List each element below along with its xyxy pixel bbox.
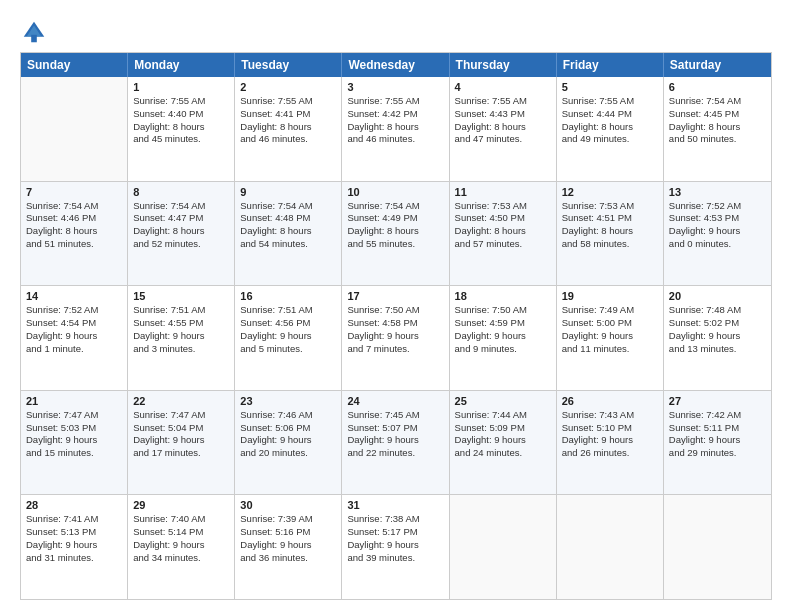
day-number: 17: [347, 290, 443, 302]
calendar-row: 1Sunrise: 7:55 AMSunset: 4:40 PMDaylight…: [21, 77, 771, 181]
logo: [20, 18, 52, 46]
day-number: 4: [455, 81, 551, 93]
calendar-cell: 24Sunrise: 7:45 AMSunset: 5:07 PMDayligh…: [342, 391, 449, 495]
cell-info: Sunrise: 7:51 AMSunset: 4:55 PMDaylight:…: [133, 304, 229, 355]
day-number: 15: [133, 290, 229, 302]
calendar-cell: 3Sunrise: 7:55 AMSunset: 4:42 PMDaylight…: [342, 77, 449, 181]
cell-info: Sunrise: 7:54 AMSunset: 4:49 PMDaylight:…: [347, 200, 443, 251]
calendar-cell: 17Sunrise: 7:50 AMSunset: 4:58 PMDayligh…: [342, 286, 449, 390]
calendar-cell: 15Sunrise: 7:51 AMSunset: 4:55 PMDayligh…: [128, 286, 235, 390]
cell-info: Sunrise: 7:48 AMSunset: 5:02 PMDaylight:…: [669, 304, 766, 355]
calendar-cell: 26Sunrise: 7:43 AMSunset: 5:10 PMDayligh…: [557, 391, 664, 495]
calendar-cell: [557, 495, 664, 599]
calendar-row: 14Sunrise: 7:52 AMSunset: 4:54 PMDayligh…: [21, 285, 771, 390]
day-number: 31: [347, 499, 443, 511]
calendar-cell: 31Sunrise: 7:38 AMSunset: 5:17 PMDayligh…: [342, 495, 449, 599]
calendar-cell: 4Sunrise: 7:55 AMSunset: 4:43 PMDaylight…: [450, 77, 557, 181]
calendar-cell: 25Sunrise: 7:44 AMSunset: 5:09 PMDayligh…: [450, 391, 557, 495]
cell-info: Sunrise: 7:46 AMSunset: 5:06 PMDaylight:…: [240, 409, 336, 460]
header: [20, 18, 772, 46]
calendar-cell: 27Sunrise: 7:42 AMSunset: 5:11 PMDayligh…: [664, 391, 771, 495]
day-number: 20: [669, 290, 766, 302]
cell-info: Sunrise: 7:54 AMSunset: 4:47 PMDaylight:…: [133, 200, 229, 251]
day-number: 28: [26, 499, 122, 511]
day-number: 7: [26, 186, 122, 198]
calendar-cell: [21, 77, 128, 181]
calendar-cell: [664, 495, 771, 599]
weekday-header: Tuesday: [235, 53, 342, 77]
calendar-cell: 12Sunrise: 7:53 AMSunset: 4:51 PMDayligh…: [557, 182, 664, 286]
cell-info: Sunrise: 7:49 AMSunset: 5:00 PMDaylight:…: [562, 304, 658, 355]
day-number: 21: [26, 395, 122, 407]
day-number: 12: [562, 186, 658, 198]
day-number: 26: [562, 395, 658, 407]
cell-info: Sunrise: 7:55 AMSunset: 4:44 PMDaylight:…: [562, 95, 658, 146]
cell-info: Sunrise: 7:53 AMSunset: 4:50 PMDaylight:…: [455, 200, 551, 251]
calendar-cell: 16Sunrise: 7:51 AMSunset: 4:56 PMDayligh…: [235, 286, 342, 390]
day-number: 11: [455, 186, 551, 198]
calendar-cell: 11Sunrise: 7:53 AMSunset: 4:50 PMDayligh…: [450, 182, 557, 286]
calendar-cell: 18Sunrise: 7:50 AMSunset: 4:59 PMDayligh…: [450, 286, 557, 390]
cell-info: Sunrise: 7:53 AMSunset: 4:51 PMDaylight:…: [562, 200, 658, 251]
cell-info: Sunrise: 7:54 AMSunset: 4:46 PMDaylight:…: [26, 200, 122, 251]
cell-info: Sunrise: 7:55 AMSunset: 4:42 PMDaylight:…: [347, 95, 443, 146]
weekday-header: Monday: [128, 53, 235, 77]
cell-info: Sunrise: 7:52 AMSunset: 4:54 PMDaylight:…: [26, 304, 122, 355]
cell-info: Sunrise: 7:40 AMSunset: 5:14 PMDaylight:…: [133, 513, 229, 564]
day-number: 16: [240, 290, 336, 302]
cell-info: Sunrise: 7:47 AMSunset: 5:03 PMDaylight:…: [26, 409, 122, 460]
calendar-body: 1Sunrise: 7:55 AMSunset: 4:40 PMDaylight…: [21, 77, 771, 599]
day-number: 8: [133, 186, 229, 198]
cell-info: Sunrise: 7:55 AMSunset: 4:43 PMDaylight:…: [455, 95, 551, 146]
cell-info: Sunrise: 7:42 AMSunset: 5:11 PMDaylight:…: [669, 409, 766, 460]
cell-info: Sunrise: 7:41 AMSunset: 5:13 PMDaylight:…: [26, 513, 122, 564]
calendar-cell: 14Sunrise: 7:52 AMSunset: 4:54 PMDayligh…: [21, 286, 128, 390]
day-number: 5: [562, 81, 658, 93]
calendar-cell: 23Sunrise: 7:46 AMSunset: 5:06 PMDayligh…: [235, 391, 342, 495]
cell-info: Sunrise: 7:51 AMSunset: 4:56 PMDaylight:…: [240, 304, 336, 355]
calendar-cell: 28Sunrise: 7:41 AMSunset: 5:13 PMDayligh…: [21, 495, 128, 599]
day-number: 30: [240, 499, 336, 511]
day-number: 14: [26, 290, 122, 302]
calendar-cell: [450, 495, 557, 599]
cell-info: Sunrise: 7:55 AMSunset: 4:41 PMDaylight:…: [240, 95, 336, 146]
calendar-cell: 10Sunrise: 7:54 AMSunset: 4:49 PMDayligh…: [342, 182, 449, 286]
day-number: 6: [669, 81, 766, 93]
weekday-header: Friday: [557, 53, 664, 77]
calendar-cell: 7Sunrise: 7:54 AMSunset: 4:46 PMDaylight…: [21, 182, 128, 286]
day-number: 25: [455, 395, 551, 407]
calendar-cell: 2Sunrise: 7:55 AMSunset: 4:41 PMDaylight…: [235, 77, 342, 181]
cell-info: Sunrise: 7:54 AMSunset: 4:48 PMDaylight:…: [240, 200, 336, 251]
day-number: 19: [562, 290, 658, 302]
calendar-cell: 21Sunrise: 7:47 AMSunset: 5:03 PMDayligh…: [21, 391, 128, 495]
weekday-header: Wednesday: [342, 53, 449, 77]
page: SundayMondayTuesdayWednesdayThursdayFrid…: [0, 0, 792, 612]
calendar-cell: 19Sunrise: 7:49 AMSunset: 5:00 PMDayligh…: [557, 286, 664, 390]
cell-info: Sunrise: 7:55 AMSunset: 4:40 PMDaylight:…: [133, 95, 229, 146]
calendar-cell: 1Sunrise: 7:55 AMSunset: 4:40 PMDaylight…: [128, 77, 235, 181]
day-number: 13: [669, 186, 766, 198]
day-number: 22: [133, 395, 229, 407]
calendar-row: 28Sunrise: 7:41 AMSunset: 5:13 PMDayligh…: [21, 494, 771, 599]
calendar-header: SundayMondayTuesdayWednesdayThursdayFrid…: [21, 53, 771, 77]
cell-info: Sunrise: 7:54 AMSunset: 4:45 PMDaylight:…: [669, 95, 766, 146]
day-number: 2: [240, 81, 336, 93]
svg-rect-2: [31, 35, 37, 42]
day-number: 23: [240, 395, 336, 407]
cell-info: Sunrise: 7:50 AMSunset: 4:58 PMDaylight:…: [347, 304, 443, 355]
cell-info: Sunrise: 7:45 AMSunset: 5:07 PMDaylight:…: [347, 409, 443, 460]
day-number: 1: [133, 81, 229, 93]
calendar-row: 21Sunrise: 7:47 AMSunset: 5:03 PMDayligh…: [21, 390, 771, 495]
logo-icon: [20, 18, 48, 46]
weekday-header: Saturday: [664, 53, 771, 77]
cell-info: Sunrise: 7:47 AMSunset: 5:04 PMDaylight:…: [133, 409, 229, 460]
day-number: 9: [240, 186, 336, 198]
day-number: 27: [669, 395, 766, 407]
calendar-row: 7Sunrise: 7:54 AMSunset: 4:46 PMDaylight…: [21, 181, 771, 286]
calendar-cell: 9Sunrise: 7:54 AMSunset: 4:48 PMDaylight…: [235, 182, 342, 286]
day-number: 10: [347, 186, 443, 198]
calendar-cell: 8Sunrise: 7:54 AMSunset: 4:47 PMDaylight…: [128, 182, 235, 286]
day-number: 3: [347, 81, 443, 93]
calendar-cell: 5Sunrise: 7:55 AMSunset: 4:44 PMDaylight…: [557, 77, 664, 181]
day-number: 24: [347, 395, 443, 407]
